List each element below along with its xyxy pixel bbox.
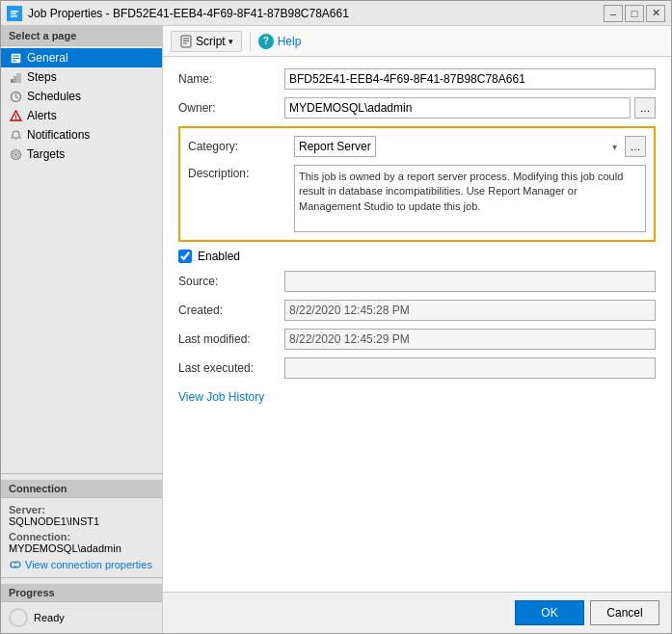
script-dropdown-arrow: ▾ [228, 37, 233, 46]
owner-row: Owner: … [178, 97, 656, 119]
job-properties-window: Job Properties - BFD52E41-EEB4-4F69-8F41… [0, 0, 672, 634]
created-row: Created: [178, 300, 656, 321]
enabled-row: Enabled [178, 250, 656, 263]
targets-icon [9, 147, 22, 161]
sidebar-item-label-general: General [27, 51, 68, 65]
svg-line-13 [15, 96, 18, 98]
view-connection-text: View connection properties [25, 559, 152, 570]
connection-section: Connection Server: SQLNODE1\INST1 Connec… [1, 473, 162, 577]
sidebar-item-label-alerts: Alerts [27, 109, 57, 122]
schedules-icon [9, 90, 22, 103]
svg-rect-2 [11, 13, 16, 14]
connection-link-icon [9, 558, 22, 571]
form-area: Name: Owner: … Cat [163, 57, 671, 592]
select-page-title: Select a page [1, 26, 162, 46]
help-label[interactable]: Help [278, 35, 302, 48]
sidebar-item-label-schedules: Schedules [27, 90, 81, 103]
owner-browse-button[interactable]: … [634, 97, 656, 119]
maximize-button[interactable]: □ [625, 5, 644, 22]
sidebar-item-general[interactable]: General [1, 48, 162, 67]
category-select-wrapper: Report Server … [294, 136, 646, 157]
svg-rect-10 [16, 73, 21, 83]
name-input[interactable] [284, 68, 656, 90]
last-modified-row: Last modified: [178, 329, 656, 350]
owner-input[interactable] [284, 97, 631, 119]
ok-button[interactable]: OK [515, 600, 584, 625]
script-icon [179, 35, 193, 48]
sidebar: Select a page General [1, 26, 163, 633]
progress-row: Ready [9, 608, 154, 627]
svg-text:!: ! [14, 114, 16, 120]
script-label: Script [196, 35, 226, 48]
category-label: Category: [188, 140, 294, 153]
highlighted-section: Category: Report Server … Descri [178, 126, 656, 242]
last-modified-control [284, 329, 656, 350]
sidebar-item-targets[interactable]: Targets [1, 145, 162, 164]
cancel-button[interactable]: Cancel [590, 600, 659, 625]
category-select[interactable]: Report Server [294, 136, 376, 157]
category-select-container: Report Server [294, 136, 621, 157]
title-bar: Job Properties - BFD52E41-EEB4-4F69-8F41… [1, 1, 671, 26]
window-controls: – □ ✕ [604, 5, 665, 22]
view-connection-link[interactable]: View connection properties [9, 558, 154, 571]
last-executed-row: Last executed: [178, 357, 656, 379]
sidebar-item-label-steps: Steps [27, 70, 57, 84]
help-icon: ? [258, 34, 274, 49]
enabled-checkbox[interactable] [178, 250, 192, 263]
script-button[interactable]: Script ▾ [171, 31, 242, 52]
sidebar-item-label-notifications: Notifications [27, 128, 90, 142]
window-icon [7, 6, 22, 21]
progress-title: Progress [1, 584, 162, 602]
progress-section: Progress Ready [1, 577, 162, 633]
server-value: SQLNODE1\INST1 [9, 515, 154, 527]
sidebar-item-alerts[interactable]: ! Alerts [1, 106, 162, 125]
minimize-button[interactable]: – [604, 5, 623, 22]
toolbar: Script ▾ ? Help [163, 26, 671, 57]
name-row: Name: [178, 68, 656, 90]
sidebar-item-schedules[interactable]: Schedules [1, 87, 162, 106]
last-executed-input [284, 357, 656, 379]
close-button[interactable]: ✕ [646, 5, 665, 22]
content-area: Select a page General [1, 26, 671, 633]
window-title: Job Properties - BFD52E41-EEB4-4F69-8F41… [28, 7, 604, 20]
svg-rect-1 [11, 11, 18, 13]
sidebar-item-notifications[interactable]: Notifications [1, 125, 162, 145]
svg-point-19 [14, 153, 16, 155]
steps-icon [9, 70, 22, 84]
view-job-history-link[interactable]: View Job History [178, 390, 264, 404]
sidebar-item-steps[interactable]: Steps [1, 67, 162, 87]
last-executed-label: Last executed: [178, 361, 284, 375]
created-control [284, 300, 656, 321]
main-content: Script ▾ ? Help Name: Owner: [163, 26, 671, 633]
notifications-icon [9, 128, 22, 142]
source-label: Source: [178, 275, 284, 288]
connection-title: Connection [1, 480, 162, 498]
bottom-bar: OK Cancel [163, 592, 671, 633]
description-row: Description: This job is owned by a repo… [188, 165, 646, 232]
name-control [284, 68, 656, 90]
svg-rect-3 [11, 15, 17, 17]
sidebar-nav: General Steps [1, 46, 162, 166]
svg-rect-22 [13, 564, 17, 567]
enabled-label: Enabled [198, 250, 240, 263]
sidebar-item-label-targets: Targets [27, 147, 65, 161]
last-modified-label: Last modified: [178, 332, 284, 346]
toolbar-separator [250, 32, 251, 51]
progress-status: Ready [34, 612, 65, 623]
owner-control: … [284, 97, 656, 119]
source-control [284, 271, 656, 292]
connection-value: MYDEMOSQL\adadmin [9, 542, 154, 554]
source-input [284, 271, 656, 292]
created-input [284, 300, 656, 321]
server-label: Server: [9, 504, 154, 515]
connection-label: Connection: [9, 531, 154, 542]
category-row: Category: Report Server … [188, 136, 646, 157]
category-browse-button[interactable]: … [625, 136, 646, 157]
description-label: Description: [188, 165, 294, 180]
last-executed-control [284, 357, 656, 379]
progress-spinner [9, 608, 28, 627]
alerts-icon: ! [9, 109, 22, 122]
source-row: Source: [178, 271, 656, 292]
name-label: Name: [178, 72, 284, 86]
last-modified-input [284, 329, 656, 350]
